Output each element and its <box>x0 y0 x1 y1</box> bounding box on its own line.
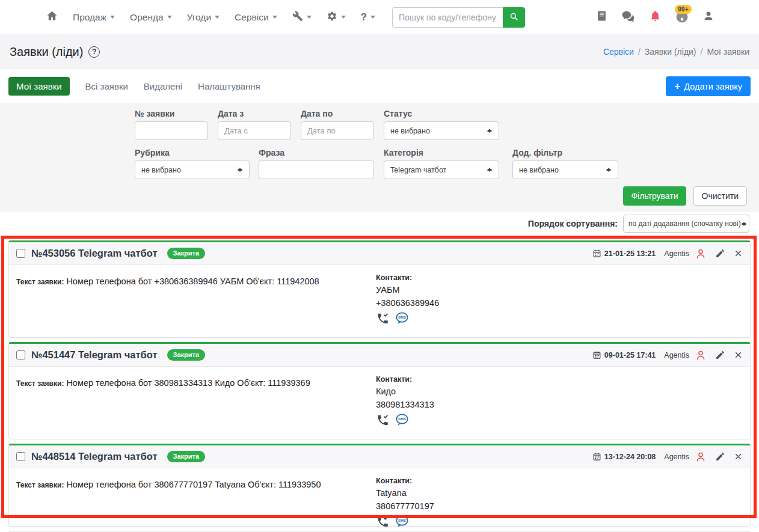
filter-request-number: № заявки <box>135 109 207 140</box>
svg-text:SMS: SMS <box>398 316 406 319</box>
request-title: №453056 Telegram чатбот <box>31 248 158 259</box>
breadcrumb-item: Заявки (ліди) <box>645 47 696 57</box>
select-arrows-icon <box>237 165 243 174</box>
menu-tools[interactable] <box>292 11 312 24</box>
close-icon[interactable] <box>734 452 743 461</box>
category-select[interactable]: Telegram чатбот <box>384 161 499 179</box>
navbar-right-icons: 99+ <box>596 8 714 26</box>
add-request-button[interactable]: + Додати заявку <box>666 76 751 96</box>
breadcrumb-link-services[interactable]: Сервіси <box>603 47 634 57</box>
messages-button[interactable] <box>621 10 636 25</box>
request-number: №451447 <box>31 349 75 360</box>
filter-category: Категорія Telegram чатбот <box>384 148 499 179</box>
breadcrumb-separator: / <box>701 47 703 57</box>
calendar-icon <box>592 350 601 359</box>
rubric-select[interactable]: не вибрано <box>135 161 250 179</box>
contacts-label: Контакти: <box>376 272 743 283</box>
contact-phone: 380677770197 <box>376 500 743 513</box>
calendar-icon <box>592 249 601 258</box>
profile-button[interactable] <box>702 10 714 25</box>
menu-rent[interactable]: Оренда <box>130 12 172 23</box>
agent-person-icon[interactable] <box>695 451 707 463</box>
menu-settings[interactable] <box>327 11 346 24</box>
tab-deleted[interactable]: Видалені <box>144 81 182 91</box>
agent-person-icon[interactable] <box>695 248 707 260</box>
tab-all-requests[interactable]: Всі заявки <box>85 81 128 91</box>
request-text-label: Текст заявки: <box>16 481 64 489</box>
search-group <box>392 7 525 28</box>
request-number: №453056 <box>31 248 75 258</box>
date-to-input[interactable] <box>301 121 374 140</box>
phone-call-check-icon[interactable] <box>376 312 390 328</box>
edit-icon[interactable] <box>715 350 725 360</box>
top-navbar: Продаж Оренда Угоди Сервіси <box>0 0 759 34</box>
journal-button[interactable] <box>596 10 607 25</box>
sms-icon[interactable]: SMS <box>395 413 410 429</box>
request-category: Telegram чатбот <box>78 349 158 360</box>
extra-filter-label: Дод. фільтр <box>512 148 618 157</box>
breadcrumb-item: Мої заявки <box>707 47 749 57</box>
phrase-input[interactable] <box>259 161 374 179</box>
request-card-body: Текст заявки:Номер телефона бот +3806363… <box>9 265 750 337</box>
agent-person-icon[interactable] <box>695 349 707 361</box>
date-from-input[interactable] <box>218 121 291 140</box>
status-label: Статус <box>384 109 499 118</box>
extra-filter-select[interactable]: не вибрано <box>512 161 618 179</box>
phrase-label: Фраза <box>259 148 374 157</box>
search-input[interactable] <box>392 7 503 28</box>
search-button[interactable] <box>503 7 525 28</box>
contact-phone: 380981334313 <box>376 398 743 411</box>
chevron-down-icon <box>307 16 312 21</box>
clear-button[interactable]: Очистити <box>693 186 747 206</box>
tab-settings[interactable]: Налаштування <box>198 81 260 91</box>
filter-button[interactable]: Фільтрувати <box>623 186 686 206</box>
phone-call-check-icon[interactable] <box>376 414 390 429</box>
request-number: №448514 <box>31 451 75 462</box>
contact-icons: SMS <box>376 413 743 429</box>
breadcrumb: Сервіси / Заявки (ліди) / Мої заявки <box>603 47 749 57</box>
request-text-block: Текст заявки:Номер телефона бот 38067777… <box>16 475 376 526</box>
request-contacts-block: Контакти: УАБМ +380636389946 SMS <box>376 272 743 328</box>
filter-extra: Дод. фільтр не вибрано <box>512 148 618 179</box>
notification-count-badge: 99+ <box>675 5 692 14</box>
request-card: №448514 Telegram чатбот Закрита 13-12-24… <box>8 444 751 527</box>
svg-text:SMS: SMS <box>398 519 406 522</box>
menu-help[interactable]: ? <box>361 11 375 23</box>
journal-icon <box>596 10 607 25</box>
home-button[interactable] <box>46 10 58 25</box>
chevron-down-icon <box>370 16 375 21</box>
contact-icons: SMS <box>376 515 743 531</box>
contacts-label: Контакти: <box>376 374 743 385</box>
sort-label: Порядок сортування: <box>528 219 618 228</box>
help-circle-icon[interactable]: ? <box>88 46 100 58</box>
tabs-row: Мої заявки Всі заявки Видалені Налаштува… <box>0 69 759 103</box>
sms-icon[interactable]: SMS <box>395 311 410 328</box>
page-title: Заявки (ліди) <box>10 45 83 59</box>
request-number-input[interactable] <box>135 121 207 140</box>
select-arrows-icon <box>487 165 493 174</box>
edit-icon[interactable] <box>715 451 725 462</box>
menu-sales[interactable]: Продаж <box>73 12 115 23</box>
menu-services[interactable]: Сервіси <box>235 12 277 23</box>
sort-select-value: по даті додавання (спочатку нові) <box>628 219 741 228</box>
edit-icon[interactable] <box>715 248 725 258</box>
status-select[interactable]: не вибрано <box>384 121 499 140</box>
notifications-button[interactable] <box>649 9 662 25</box>
sms-icon[interactable]: SMS <box>395 515 410 531</box>
menu-deals[interactable]: Угоди <box>187 12 220 23</box>
request-checkbox[interactable] <box>16 452 25 461</box>
tab-my-requests[interactable]: Мої заявки <box>8 77 70 96</box>
question-icon: ? <box>361 11 367 23</box>
date-to-label: Дата по <box>301 109 374 118</box>
request-checkbox[interactable] <box>16 350 25 359</box>
chevron-down-icon <box>110 16 115 21</box>
close-icon[interactable] <box>734 249 743 258</box>
close-icon[interactable] <box>734 350 743 359</box>
sort-select[interactable]: по даті додавання (спочатку нові) <box>623 215 749 233</box>
select-arrows-icon <box>741 219 747 228</box>
search-icon <box>509 11 519 23</box>
counter-button[interactable]: 99+ <box>675 8 689 26</box>
contact-name: Tatyana <box>376 486 743 500</box>
phone-call-check-icon[interactable] <box>376 515 390 531</box>
request-checkbox[interactable] <box>16 249 25 258</box>
